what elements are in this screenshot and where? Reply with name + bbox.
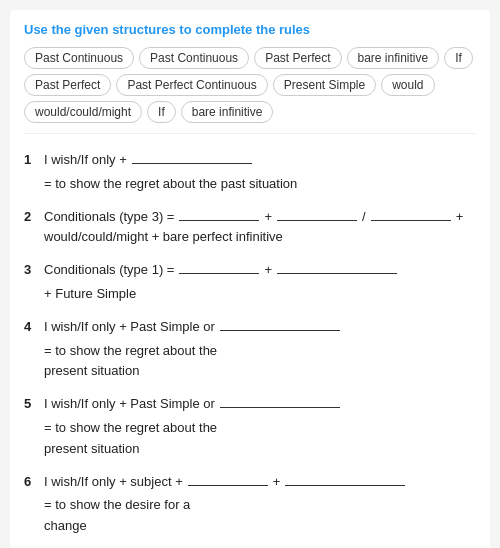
rule-item: 1I wish/If only += to show the regret ab… <box>24 148 476 195</box>
chip-7[interactable]: Present Simple <box>273 74 376 96</box>
rule-part: I wish/If only + Past Simple or <box>44 317 215 338</box>
rule-part: I wish/If only + Past Simple or <box>44 394 215 415</box>
rule-text: I wish/If only += to show the regret abo… <box>44 148 476 195</box>
rule-number: 6 <box>24 472 40 493</box>
chip-1[interactable]: Past Continuous <box>139 47 249 69</box>
chip-11[interactable]: bare infinitive <box>181 101 274 123</box>
answer-blank[interactable] <box>285 470 405 486</box>
answer-blank[interactable] <box>179 258 259 274</box>
rule-part: = to show the regret about the <box>44 418 217 439</box>
rule-continuation: present situation <box>24 439 476 460</box>
answer-blank[interactable] <box>132 148 252 164</box>
answer-blank[interactable] <box>277 205 357 221</box>
rule-part: Conditionals (type 1) = <box>44 260 174 281</box>
rule-part: / <box>362 207 366 228</box>
rule-number: 3 <box>24 260 40 281</box>
rule-item: 6I wish/If only + subject ++= to show th… <box>24 470 476 537</box>
chip-0[interactable]: Past Continuous <box>24 47 134 69</box>
rule-part: + <box>273 472 281 493</box>
rule-item: 5I wish/If only + Past Simple or= to sho… <box>24 392 476 459</box>
rule-number: 5 <box>24 394 40 415</box>
main-container: Use the given structures to complete the… <box>10 10 490 548</box>
rule-part: + <box>456 207 464 228</box>
rule-part: = to show the desire for a <box>44 495 190 516</box>
rule-part: + <box>264 260 272 281</box>
rule-item: 2Conditionals (type 3) =+/+would/could/m… <box>24 205 476 249</box>
chip-8[interactable]: would <box>381 74 434 96</box>
chip-2[interactable]: Past Perfect <box>254 47 341 69</box>
rule-text: I wish/If only + Past Simple or= to show… <box>44 315 476 362</box>
rule-text: I wish/If only + subject ++= to show the… <box>44 470 476 517</box>
rule-number: 1 <box>24 150 40 171</box>
rule-part: I wish/If only + subject + <box>44 472 183 493</box>
rule-text: I wish/If only + Past Simple or= to show… <box>44 392 476 439</box>
rules-list: 1I wish/If only += to show the regret ab… <box>24 148 476 548</box>
rule-item: 4I wish/If only + Past Simple or= to sho… <box>24 315 476 382</box>
rule-part: + Future Simple <box>44 284 136 305</box>
rule-continuation: change <box>24 516 476 537</box>
answer-blank[interactable] <box>179 205 259 221</box>
chips-area: Past ContinuousPast ContinuousPast Perfe… <box>24 47 476 134</box>
rule-part: Conditionals (type 3) = <box>44 207 174 228</box>
page-title: Use the given structures to complete the… <box>24 22 476 37</box>
rule-item: 3Conditionals (type 1) =++ Future Simple <box>24 258 476 305</box>
rule-part: I wish/If only + <box>44 150 127 171</box>
answer-blank[interactable] <box>371 205 451 221</box>
rule-text: Conditionals (type 3) =+/+ <box>44 205 476 228</box>
answer-blank[interactable] <box>220 315 340 331</box>
rule-part: + <box>264 207 272 228</box>
rule-text: Conditionals (type 1) =++ Future Simple <box>44 258 476 305</box>
rule-number: 2 <box>24 207 40 228</box>
answer-blank[interactable] <box>188 470 268 486</box>
chip-4[interactable]: If <box>444 47 473 69</box>
chip-9[interactable]: would/could/might <box>24 101 142 123</box>
answer-blank[interactable] <box>277 258 397 274</box>
chip-10[interactable]: If <box>147 101 176 123</box>
rule-continuation: would/could/might + bare perfect infinit… <box>24 227 476 248</box>
answer-blank[interactable] <box>220 392 340 408</box>
rule-number: 4 <box>24 317 40 338</box>
rule-part: = to show the regret about the past situ… <box>44 174 297 195</box>
rule-continuation: present situation <box>24 361 476 382</box>
chip-3[interactable]: bare infinitive <box>347 47 440 69</box>
chip-6[interactable]: Past Perfect Continuous <box>116 74 267 96</box>
rule-part: = to show the regret about the <box>44 341 217 362</box>
chip-5[interactable]: Past Perfect <box>24 74 111 96</box>
